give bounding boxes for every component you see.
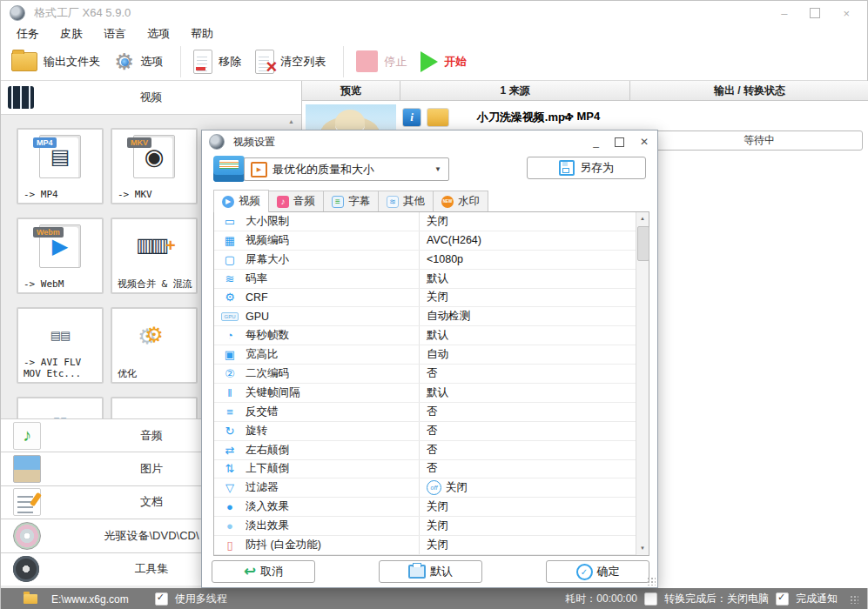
column-header[interactable]: 1 来源 <box>400 81 630 101</box>
setting-value: 否 <box>420 424 636 438</box>
setting-label: 每秒帧数 <box>246 326 420 345</box>
setting-row[interactable]: ⇅ 上下颠倒 否 <box>214 460 636 479</box>
settings-tab[interactable]: ≋ 其他 <box>379 191 434 212</box>
setting-value: off 关闭 <box>420 480 636 495</box>
toolbar-separator <box>180 46 181 77</box>
setting-row[interactable]: ▢ 屏幕大小 <1080p <box>214 251 636 270</box>
format-glyph: ▤▤ <box>50 329 71 342</box>
setting-value-text: 默认 <box>427 271 448 286</box>
setting-row[interactable]: ● 淡出效果 关闭 <box>214 517 636 536</box>
flip-h-icon: ⇄ <box>214 445 246 456</box>
format-card-icon: MKV ◉ <box>133 135 175 178</box>
format-card[interactable]: Webm ▶ -> WebM <box>17 218 104 294</box>
chip-icon: ▦ <box>214 235 246 246</box>
save-as-label: 另存为 <box>580 160 614 176</box>
settings-tab[interactable]: NEW 水印 <box>434 191 488 212</box>
title-bar: 格式工厂 X64 5.9.0 – × <box>1 1 867 25</box>
setting-row[interactable]: ▣ 宽高比 自动 <box>214 345 636 365</box>
menu-item[interactable]: 皮肤 <box>60 26 83 42</box>
dialog-close-button[interactable]: ✕ <box>640 136 649 148</box>
resize-grip[interactable] <box>850 595 858 604</box>
remove-button[interactable]: 移除 <box>193 50 241 74</box>
settings-tab[interactable]: ≡ 字幕 <box>324 191 379 212</box>
video-section-header[interactable]: 视频 <box>1 81 301 115</box>
start-button[interactable]: 开始 <box>421 51 467 72</box>
setting-row[interactable]: ▽ 过滤器 off 关闭 <box>214 478 636 498</box>
dialog-title: 视频设置 <box>233 135 275 150</box>
dialog-resize-grip[interactable] <box>647 577 656 586</box>
settings-tab[interactable]: ▶ 视频 <box>213 190 269 212</box>
setting-row[interactable]: ⚙ CRF 关闭 <box>214 289 636 308</box>
fade-out-icon: ● <box>214 520 246 532</box>
off-badge-icon: off <box>427 480 441 495</box>
start-label: 开始 <box>444 54 467 70</box>
gear-icon: ⚙ <box>114 50 134 73</box>
setting-row[interactable]: GPU GPU 自动检测 <box>214 307 636 326</box>
video-settings-dialog: 视频设置 _ ✕ ▶ 最优化的质量和大小 ▼ 另存为 ▶ 视频 ♪ 音频 ≡ 字… <box>201 130 658 588</box>
keyframe-icon: ‖ <box>214 387 246 398</box>
quality-profile-dropdown[interactable]: ▶ 最优化的质量和大小 ▼ <box>244 157 449 181</box>
setting-row[interactable]: ◔ 每秒帧数 默认 <box>214 326 636 345</box>
setting-row[interactable]: ≡ 反交错 否 <box>214 403 636 422</box>
default-printer-icon <box>408 565 426 579</box>
shutdown-after-checkbox[interactable] <box>644 592 657 606</box>
settings-tab[interactable]: ♪ 音频 <box>269 191 324 212</box>
scrollbar-thumb[interactable] <box>637 226 649 261</box>
format-card[interactable]: ▥▥ 视频合并 & 混流 <box>111 218 198 294</box>
format-card[interactable]: ⚙ 优化 <box>111 307 198 384</box>
options-button[interactable]: ⚙ 选项 <box>114 50 163 73</box>
menu-item[interactable]: 语言 <box>104 26 126 42</box>
maximize-button[interactable] <box>810 8 820 18</box>
chevron-down-icon: ▼ <box>434 165 448 173</box>
scroll-down-arrow[interactable]: ▼ <box>636 542 649 555</box>
dialog-title-bar[interactable]: 视频设置 _ ✕ <box>202 130 657 153</box>
two-pass-icon: ② <box>214 368 246 379</box>
setting-row[interactable]: ↻ 旋转 否 <box>214 422 636 441</box>
format-card-label: -> MKV <box>118 189 194 200</box>
menu-item[interactable]: 选项 <box>147 26 170 42</box>
output-folder-button[interactable]: 输出文件夹 <box>11 52 100 71</box>
clear-list-button[interactable]: 清空列表 <box>255 50 326 74</box>
profile-tray-icon <box>213 156 245 182</box>
setting-row[interactable]: ⇄ 左右颠倒 否 <box>214 441 636 460</box>
open-folder-icon[interactable] <box>427 108 449 127</box>
cancel-button[interactable]: ↩ 取消 <box>212 560 315 583</box>
check-circle-icon: ✓ <box>576 564 593 580</box>
ruler-icon: ▭ <box>214 216 246 227</box>
setting-label: 旋转 <box>246 422 420 440</box>
scrollbar[interactable]: ▲ ▼ <box>636 212 649 555</box>
format-card-icon: ▥▥ <box>134 224 174 266</box>
column-header[interactable]: 预览 <box>302 81 400 101</box>
output-path[interactable]: E:\www.x6g.com <box>51 593 129 606</box>
multithread-checkbox[interactable] <box>155 592 168 606</box>
minimize-button[interactable]: – <box>781 7 787 20</box>
setting-row[interactable]: ▭ 大小限制 关闭 <box>214 212 636 231</box>
dialog-minimize-button[interactable]: _ <box>593 136 599 148</box>
setting-row[interactable]: ‖ 关键帧间隔 默认 <box>214 384 636 403</box>
close-button[interactable]: × <box>843 7 850 20</box>
menu-item[interactable]: 任务 <box>17 26 39 42</box>
column-header[interactable]: 输出 / 转换状态 <box>630 81 868 101</box>
format-card-label: -> WebM <box>24 278 100 290</box>
default-button[interactable]: 默认 <box>379 560 482 583</box>
setting-value-text: 否 <box>427 405 438 419</box>
setting-value: 自动检测 <box>420 309 636 324</box>
setting-row[interactable]: ▦ 视频编码 AVC(H264) <box>214 231 636 251</box>
format-card[interactable]: MKV ◉ -> MKV <box>111 128 198 204</box>
scroll-up-arrow[interactable]: ▲ <box>636 212 649 225</box>
task-target-format: -> MP4 <box>563 110 600 123</box>
setting-row[interactable]: ● 淡入效果 关闭 <box>214 498 636 517</box>
stabilize-icon: ▯ <box>214 539 246 551</box>
dialog-maximize-button[interactable] <box>615 137 624 147</box>
format-card[interactable]: MP4 ▤ -> MP4 <box>17 128 104 204</box>
info-icon[interactable]: i <box>402 108 421 127</box>
format-card[interactable]: ▤▤ -> AVI FLV MOV Etc... <box>17 307 104 384</box>
setting-row[interactable]: ▯ 防抖 (白金功能) 关闭 <box>214 536 636 555</box>
save-as-button[interactable]: 另存为 <box>527 157 646 179</box>
setting-row[interactable]: ≋ 码率 默认 <box>214 270 636 289</box>
menu-item[interactable]: 帮助 <box>191 26 213 42</box>
setting-row[interactable]: ② 二次编码 否 <box>214 365 636 384</box>
notify-checkbox[interactable] <box>776 592 789 606</box>
stop-button[interactable]: 停止 <box>356 50 407 72</box>
ok-button[interactable]: ✓ 确定 <box>546 560 649 583</box>
